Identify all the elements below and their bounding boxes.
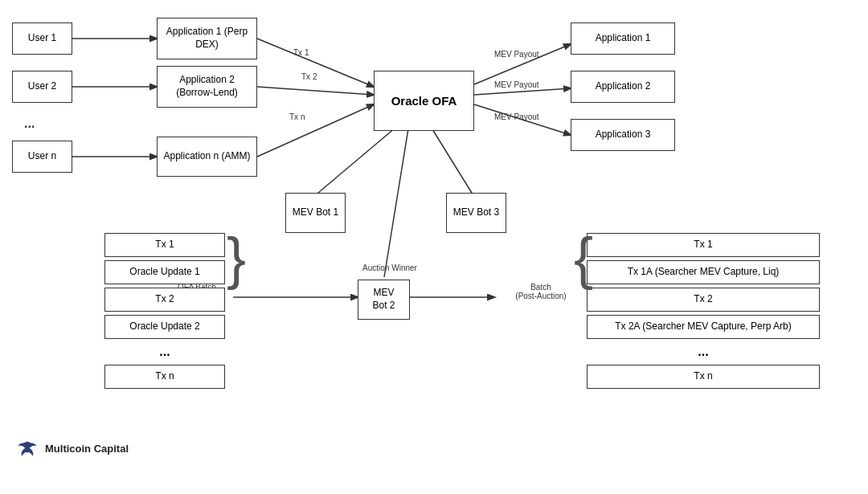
auction-winner-label: Auction Winner xyxy=(354,263,426,272)
app-left-n-box: Application n (AMM) xyxy=(157,137,257,177)
bl-txn: Tx n xyxy=(104,365,225,389)
mev-bot-2-box: MEVBot 2 xyxy=(358,280,410,320)
footer: Multicoin Capital xyxy=(16,437,129,459)
br-tx2: Tx 2 xyxy=(587,288,820,312)
app-left-1-box: Application 1 (Perp DEX) xyxy=(157,18,257,59)
tx2-label: Tx 2 xyxy=(301,72,317,81)
bl-oracle1: Oracle Update 1 xyxy=(104,260,225,284)
user-2-box: User 2 xyxy=(12,71,72,103)
bottom-right-section: Tx 1 Tx 1A (Searcher MEV Capture, Liq) T… xyxy=(587,233,820,389)
br-txn: Tx n xyxy=(587,365,820,389)
multicoin-logo xyxy=(16,437,39,459)
bl-ellipsis: ... xyxy=(104,342,225,361)
br-ellipsis: ... xyxy=(587,342,820,361)
users-ellipsis: ... xyxy=(24,116,35,131)
app-left-2-box: Application 2 (Borrow-Lend) xyxy=(157,66,257,108)
br-tx1: Tx 1 xyxy=(587,233,820,257)
svg-line-5 xyxy=(257,104,374,157)
svg-line-13 xyxy=(384,119,410,277)
br-tx2a: Tx 2A (Searcher MEV Capture, Perp Arb) xyxy=(587,315,820,339)
bl-tx2: Tx 2 xyxy=(104,288,225,312)
app-right-1-box: Application 1 xyxy=(571,22,675,55)
mev-payout-1-label: MEV Payout xyxy=(494,50,539,59)
bottom-left-section: Tx 1 Oracle Update 1 Tx 2 Oracle Update … xyxy=(104,233,225,389)
app-right-3-box: Application 3 xyxy=(571,119,675,151)
bl-oracle2: Oracle Update 2 xyxy=(104,315,225,339)
brace-right: { xyxy=(574,229,593,287)
txn-label: Tx n xyxy=(289,112,305,121)
mev-payout-3-label: MEV Payout xyxy=(494,112,539,121)
oracle-ofa-box: Oracle OFA xyxy=(374,71,474,131)
mev-bot-1-box: MEV Bot 1 xyxy=(285,193,346,233)
svg-line-7 xyxy=(474,88,571,95)
batch-post-label: Batch(Post-Auction) xyxy=(497,283,585,300)
tx1-label: Tx 1 xyxy=(293,48,309,57)
bl-tx1: Tx 1 xyxy=(104,233,225,257)
user-n-box: User n xyxy=(12,141,72,173)
mev-bot-3-box: MEV Bot 3 xyxy=(446,193,506,233)
br-tx1a: Tx 1A (Searcher MEV Capture, Liq) xyxy=(587,260,820,284)
mev-payout-2-label: MEV Payout xyxy=(494,80,539,89)
user-1-box: User 1 xyxy=(12,22,72,55)
svg-line-4 xyxy=(257,87,374,95)
brace-left: } xyxy=(227,229,246,287)
diagram-container: User 1 User 2 ... User n Application 1 (… xyxy=(0,0,868,466)
footer-company: Multicoin Capital xyxy=(45,443,129,455)
app-right-2-box: Application 2 xyxy=(571,71,675,103)
